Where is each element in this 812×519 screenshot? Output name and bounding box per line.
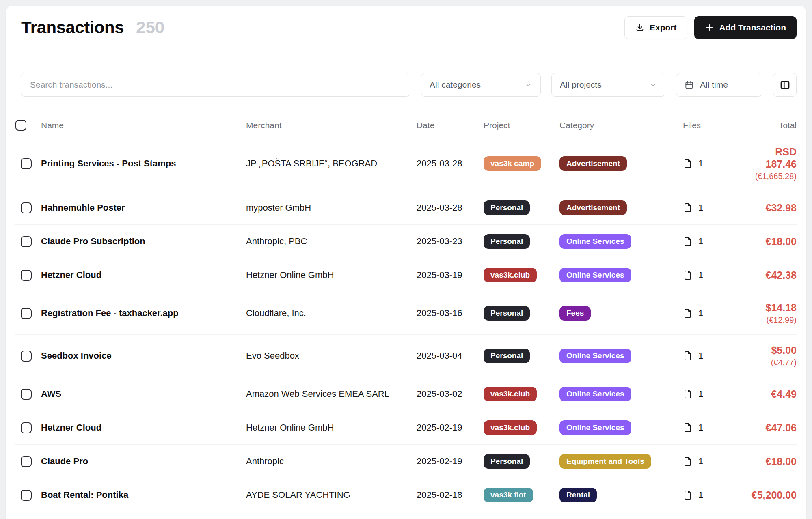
transaction-total: €18.00 [744,455,797,467]
category-cell: Rental [559,512,683,519]
category-badge[interactable]: Online Services [559,349,631,363]
transaction-name[interactable]: Hahnemühle Poster [41,193,246,222]
category-badge[interactable]: Online Services [559,387,631,401]
transaction-date: 2025-02-18 [417,480,484,510]
categories-filter[interactable]: All categories [421,73,541,97]
export-button[interactable]: Export [624,16,688,39]
column-header-project[interactable]: Project [484,115,559,136]
project-badge[interactable]: Personal [484,306,530,321]
row-select-cell [15,261,41,290]
project-badge[interactable]: vas3k.club [484,387,537,401]
add-transaction-button[interactable]: Add Transaction [694,16,797,39]
column-header-name[interactable]: Name [41,115,246,136]
project-badge[interactable]: Personal [484,234,530,249]
row-checkbox[interactable] [21,456,32,467]
column-header-date[interactable]: Date [417,115,484,136]
transaction-merchant: Anthropic [246,447,417,476]
transaction-total: €47.06 [744,422,797,434]
project-cell: vas3k flot [484,478,559,512]
table-row[interactable]: Registration Fee - taxhacker.appCloudfla… [15,292,797,335]
file-icon [683,308,693,318]
transactions-card: Transactions 250 Export Add Transaction … [6,6,806,519]
transaction-total: €5,200.00 [744,489,797,501]
transaction-merchant: Evo Seedbox [246,341,417,370]
transaction-date: 2025-03-02 [417,379,484,409]
column-layout-button[interactable] [773,73,797,97]
transaction-name[interactable]: Seedbox Invoice [41,341,246,370]
project-badge[interactable]: vas3k flot [484,488,533,502]
column-header-files[interactable]: Files [683,115,744,136]
transaction-name[interactable]: Hetzner Cloud [41,413,246,442]
category-badge[interactable]: Online Services [559,268,631,282]
transactions-count: 250 [136,18,164,37]
row-checkbox[interactable] [21,422,32,433]
transaction-name[interactable]: Registration Fee - taxhacker.app [41,299,246,328]
add-transaction-button-label: Add Transaction [719,23,786,32]
files-cell: 1 [683,480,744,510]
category-badge[interactable]: Rental [559,488,597,502]
row-checkbox[interactable] [21,490,32,501]
category-badge[interactable]: Advertisement [559,200,627,215]
row-select-cell [15,379,41,409]
project-badge[interactable]: vas3k.club [484,268,537,282]
select-all-cell [15,114,41,136]
project-cell: Personal [484,445,559,478]
column-header-category[interactable]: Category [559,115,683,136]
file-icon [683,270,693,280]
category-cell: Advertisement [559,147,683,180]
table-row[interactable]: Hetzner CloudHetzner Online GmbH2025-03-… [15,258,797,292]
row-select-cell [15,480,41,510]
category-badge[interactable]: Online Services [559,420,631,435]
table-row[interactable]: Seedbox InvoiceEvo Seedbox2025-03-04Pers… [15,335,797,377]
select-all-checkbox[interactable] [15,120,26,131]
files-cell: 1 [683,514,744,519]
transaction-name[interactable]: Claude Pro [41,447,246,476]
row-checkbox[interactable] [21,158,32,169]
table-row[interactable]: Printing Services - Post StampsJP „POŠTA… [15,136,797,191]
total-cell: $5.00(€4.77) [744,335,797,377]
transaction-name[interactable]: AWS [41,379,246,409]
transaction-name[interactable]: Printing Services - Post Stamps [41,149,246,178]
search-input[interactable] [21,73,410,97]
project-badge[interactable]: vas3k camp [484,156,541,171]
projects-filter[interactable]: All projects [551,73,665,97]
row-checkbox[interactable] [21,308,32,319]
transaction-name[interactable]: Boat Rental: Pontika [41,480,246,510]
date-range-filter-label: All time [700,80,728,90]
category-badge[interactable]: Advertisement [559,156,627,171]
row-checkbox[interactable] [21,202,32,213]
category-badge[interactable]: Fees [559,306,591,321]
files-cell: 1 [683,447,744,476]
category-badge[interactable]: Online Services [559,234,631,249]
file-icon [683,457,693,466]
files-cell: 1 [683,379,744,409]
total-cell: €47.06 [744,412,797,443]
project-badge[interactable]: Personal [484,200,530,215]
category-badge[interactable]: Equipment and Tools [559,454,651,469]
transaction-merchant: Hetzner Online GmbH [246,261,417,290]
total-cell: €4.49 [744,379,797,409]
table-row[interactable]: Claude ProAnthropic2025-02-19PersonalEqu… [15,445,797,478]
row-checkbox[interactable] [21,236,32,247]
transaction-name[interactable]: Claude Pro Subscription [41,227,246,256]
project-badge[interactable]: Personal [484,454,530,469]
column-header-merchant[interactable]: Merchant [246,115,417,136]
table-row[interactable]: Hetzner CloudHetzner Online GmbH2025-02-… [15,411,797,445]
project-badge[interactable]: Personal [484,349,530,363]
row-checkbox[interactable] [21,351,32,362]
table-row[interactable]: AWSAmazon Web Services EMEA SARL2025-03-… [15,377,797,411]
row-checkbox[interactable] [21,270,32,281]
transaction-name[interactable]: Hetzner Cloud [41,261,246,290]
column-header-total[interactable]: Total [744,115,797,136]
header-actions: Export Add Transaction [624,16,797,39]
table-row[interactable]: Hahnemühle Postermyposter GmbH2025-03-28… [15,191,797,225]
table-row[interactable]: Boat Rental: PontikaAYDE SOLAR YACHTING2… [15,478,797,512]
date-range-filter[interactable]: All time [676,73,762,97]
transaction-total: $5.00 [744,344,797,356]
table-row[interactable]: Boat Booking: BetelgeuseSailfleet Yat Is… [15,512,797,519]
file-icon [683,159,693,168]
project-badge[interactable]: vas3k.club [484,420,537,435]
transaction-name[interactable]: Boat Booking: Betelgeuse [41,514,246,519]
row-checkbox[interactable] [21,389,32,400]
table-row[interactable]: Claude Pro SubscriptionAnthropic, PBC202… [15,225,797,258]
